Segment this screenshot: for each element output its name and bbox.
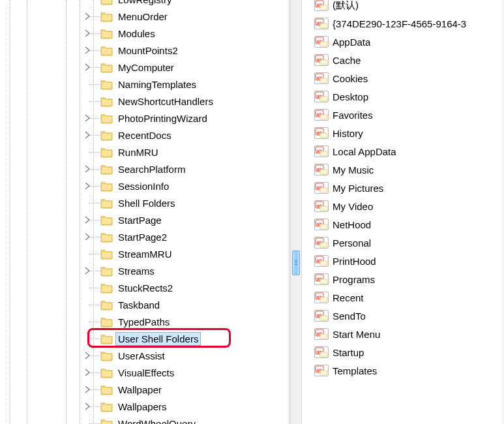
string-value-icon bbox=[314, 292, 329, 303]
value-row[interactable]: (默认) bbox=[314, 0, 504, 14]
expand-icon[interactable] bbox=[83, 46, 91, 54]
tree-connector bbox=[87, 59, 100, 76]
values-pane: (默认){374DE290-123F-4565-9164-3AppDataCac… bbox=[312, 0, 504, 424]
value-name: My Pictures bbox=[333, 183, 383, 194]
string-value-icon bbox=[314, 182, 329, 194]
value-row[interactable]: Start Menu bbox=[314, 325, 504, 343]
tree-item-label: SearchPlatform bbox=[116, 163, 187, 175]
value-row[interactable]: Personal bbox=[314, 234, 504, 252]
expand-icon[interactable] bbox=[83, 12, 91, 20]
tree-item-label: TypedPaths bbox=[116, 316, 171, 328]
tree-item-label: Modules bbox=[116, 27, 157, 40]
tree-item[interactable]: StuckRects2 bbox=[87, 279, 289, 296]
value-row[interactable]: History bbox=[314, 124, 504, 142]
value-row[interactable]: Startup bbox=[314, 343, 504, 361]
expand-icon[interactable] bbox=[83, 63, 91, 71]
expand-icon[interactable] bbox=[83, 131, 91, 139]
value-row[interactable]: Desktop bbox=[314, 87, 504, 106]
value-name: Favorites bbox=[333, 110, 373, 121]
expand-icon[interactable] bbox=[83, 216, 91, 224]
value-row[interactable]: SendTo bbox=[314, 307, 504, 325]
tree-connector bbox=[87, 279, 100, 296]
folder-icon bbox=[100, 299, 113, 310]
tree-item-label: Taskband bbox=[116, 299, 162, 311]
tree-item[interactable]: NewShortcutHandlers bbox=[87, 93, 289, 110]
expand-icon[interactable] bbox=[83, 402, 91, 410]
value-name: NetHood bbox=[333, 219, 371, 230]
tree-item[interactable]: MyComputer bbox=[87, 59, 289, 76]
tree-item-label: StreamMRU bbox=[116, 248, 174, 260]
tree-item[interactable]: SessionInfo bbox=[87, 177, 289, 194]
value-row[interactable]: NetHood bbox=[314, 215, 504, 234]
folder-icon bbox=[100, 333, 113, 344]
tree-item-label: NamingTemplates bbox=[116, 78, 198, 91]
tree-item[interactable]: MountPoints2 bbox=[87, 42, 289, 59]
tree-connector bbox=[87, 245, 100, 262]
tree-item[interactable]: LowRegistry bbox=[87, 0, 289, 8]
value-row[interactable]: Cache bbox=[314, 51, 504, 69]
string-value-icon bbox=[314, 127, 329, 139]
value-row[interactable]: My Music bbox=[314, 160, 504, 179]
tree-item[interactable]: Streams bbox=[87, 262, 289, 279]
tree-item[interactable]: Wallpaper bbox=[87, 381, 289, 398]
scrollbar-thumb[interactable] bbox=[292, 250, 300, 275]
string-value-icon bbox=[314, 36, 329, 48]
left-pane-scrollbar[interactable] bbox=[290, 0, 302, 424]
tree-item[interactable]: Taskband bbox=[87, 296, 289, 313]
tree-item[interactable]: PhotoPrintingWizard bbox=[87, 110, 289, 127]
value-row[interactable]: My Video bbox=[314, 197, 504, 215]
tree-item[interactable]: StreamMRU bbox=[87, 245, 289, 262]
folder-icon bbox=[100, 180, 113, 192]
value-row[interactable]: PrintHood bbox=[314, 252, 504, 270]
tree-item[interactable]: Wallpapers bbox=[87, 398, 289, 415]
value-row[interactable]: Cookies bbox=[314, 69, 504, 87]
tree-item-label: MountPoints2 bbox=[116, 44, 180, 57]
tree-connector bbox=[87, 160, 100, 177]
value-row[interactable]: Programs bbox=[314, 270, 504, 288]
tree-item[interactable]: RunMRU bbox=[87, 144, 289, 160]
tree-item[interactable]: Modules bbox=[87, 25, 289, 42]
value-row[interactable]: My Pictures bbox=[314, 179, 504, 197]
tree-item[interactable]: StartPage bbox=[87, 211, 289, 228]
expand-icon[interactable] bbox=[83, 369, 91, 376]
tree-item[interactable]: RecentDocs bbox=[87, 127, 289, 144]
tree-connector bbox=[87, 110, 100, 127]
expand-icon[interactable] bbox=[83, 182, 91, 190]
tree-item[interactable]: WordWheelQuery bbox=[87, 415, 289, 424]
tree-item[interactable]: Shell Folders bbox=[87, 194, 289, 211]
expand-icon[interactable] bbox=[83, 386, 91, 393]
tree-item[interactable]: StartPage2 bbox=[87, 228, 289, 245]
value-row[interactable]: Local AppData bbox=[314, 142, 504, 160]
value-row[interactable]: AppData bbox=[314, 33, 504, 51]
string-value-icon bbox=[314, 365, 329, 376]
string-value-icon bbox=[314, 237, 329, 249]
value-row[interactable]: Recent bbox=[314, 288, 504, 307]
tree-connector bbox=[87, 381, 100, 398]
tree-item[interactable]: User Shell Folders bbox=[87, 330, 289, 347]
tree-item[interactable]: VisualEffects bbox=[87, 364, 289, 381]
value-row[interactable]: Favorites bbox=[314, 106, 504, 124]
folder-icon bbox=[100, 384, 113, 395]
tree-item-label: RunMRU bbox=[116, 146, 160, 159]
string-value-icon bbox=[314, 219, 329, 230]
tree-item-label: Wallpaper bbox=[116, 384, 164, 396]
tree-item[interactable]: NamingTemplates bbox=[87, 76, 289, 93]
expand-icon[interactable] bbox=[83, 233, 91, 241]
value-row[interactable]: {374DE290-123F-4565-9164-3 bbox=[314, 14, 504, 33]
tree-item[interactable]: UserAssist bbox=[87, 347, 289, 364]
expand-icon[interactable] bbox=[83, 29, 91, 37]
tree-item[interactable]: TypedPaths bbox=[87, 313, 289, 330]
tree-connector bbox=[87, 127, 100, 144]
tree-connector bbox=[87, 398, 100, 415]
expand-icon[interactable] bbox=[83, 352, 91, 359]
tree-item[interactable]: SearchPlatform bbox=[87, 160, 289, 177]
folder-icon bbox=[100, 265, 113, 277]
tree-connector bbox=[87, 296, 100, 313]
expand-icon[interactable] bbox=[83, 165, 91, 173]
tree-item[interactable]: MenuOrder bbox=[87, 8, 289, 25]
tree-item-label: RecentDocs bbox=[116, 129, 173, 142]
value-row[interactable]: Templates bbox=[314, 361, 504, 380]
expand-icon[interactable] bbox=[83, 114, 91, 122]
value-name: Local AppData bbox=[333, 146, 396, 157]
expand-icon[interactable] bbox=[83, 267, 91, 275]
